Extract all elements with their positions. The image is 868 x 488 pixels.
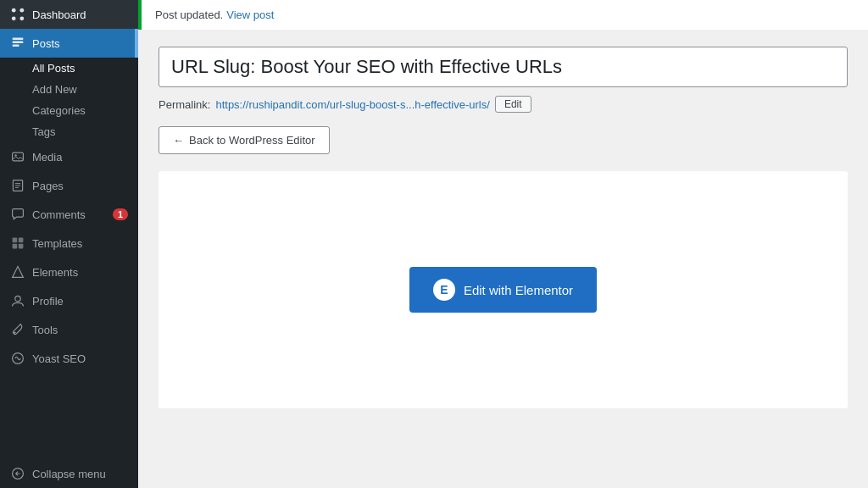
svg-rect-7 (13, 152, 24, 161)
collapse-menu[interactable]: Collapse menu (0, 459, 138, 488)
back-arrow-icon: ← (173, 134, 184, 147)
pages-icon (10, 178, 25, 193)
permalink-row: Permalink: https://rushipandit.com/url-s… (159, 96, 848, 113)
permalink-link[interactable]: https://rushipandit.com/url-slug-boost-s… (215, 98, 489, 111)
posts-submenu: All Posts Add New Categories Tags (0, 58, 138, 142)
sidebar-item-label: Tools (32, 324, 128, 336)
notice-bar: Post updated. View post (138, 0, 868, 30)
sidebar-item-label: Yoast SEO (32, 352, 128, 365)
elements-icon (10, 264, 25, 280)
svg-rect-4 (13, 38, 24, 40)
sidebar-item-elements[interactable]: Elements (0, 258, 138, 286)
svg-rect-14 (19, 238, 24, 243)
elementor-button-label: Edit with Elementor (464, 283, 573, 297)
sidebar-item-profile[interactable]: Profile (0, 286, 138, 315)
svg-point-1 (19, 8, 24, 13)
content-area: Permalink: https://rushipandit.com/url-s… (138, 30, 868, 488)
back-to-editor-button[interactable]: ← Back to WordPress Editor (159, 126, 330, 154)
elementor-canvas-area: E Edit with Elementor (159, 171, 848, 408)
view-post-link[interactable]: View post (226, 8, 274, 21)
comments-icon (10, 207, 25, 222)
sidebar-item-label: Elements (32, 266, 128, 279)
svg-point-18 (14, 331, 15, 333)
svg-rect-5 (13, 42, 24, 43)
sidebar-item-label: Posts (32, 37, 128, 50)
comments-badge: 1 (113, 208, 128, 220)
profile-icon (10, 293, 25, 308)
yoast-icon (10, 351, 25, 366)
collapse-icon (10, 466, 25, 481)
submenu-tags[interactable]: Tags (0, 121, 138, 142)
main-content: Post updated. View post Permalink: https… (138, 0, 868, 488)
elementor-icon: E (433, 279, 455, 301)
sidebar-item-yoast[interactable]: Yoast SEO (0, 344, 138, 373)
svg-point-3 (19, 16, 24, 20)
sidebar-item-tools[interactable]: Tools (0, 315, 138, 344)
permalink-label: Permalink: (159, 98, 210, 111)
post-title-input[interactable] (159, 47, 848, 87)
edit-permalink-button[interactable]: Edit (495, 96, 531, 113)
sidebar: Dashboard Posts All Posts Add New Catego… (0, 0, 138, 488)
sidebar-item-templates[interactable]: Templates (0, 229, 138, 258)
submenu-label: Tags (32, 125, 55, 138)
sidebar-item-label: Profile (32, 295, 128, 308)
sidebar-item-comments[interactable]: Comments 1 (0, 200, 138, 229)
submenu-label: Categories (32, 104, 86, 117)
submenu-categories[interactable]: Categories (0, 100, 138, 121)
sidebar-item-label: Comments (32, 208, 106, 221)
sidebar-item-posts[interactable]: Posts (0, 29, 138, 58)
submenu-label: Add New (32, 83, 77, 96)
sidebar-item-dashboard[interactable]: Dashboard (0, 0, 138, 29)
submenu-label: All Posts (32, 62, 75, 75)
svg-point-0 (12, 8, 16, 13)
svg-point-2 (12, 16, 16, 20)
notice-text: Post updated. (155, 8, 223, 21)
media-icon (10, 149, 25, 164)
svg-point-17 (15, 296, 20, 301)
sidebar-item-label: Media (32, 151, 128, 164)
sidebar-item-label: Dashboard (32, 8, 128, 21)
back-button-label: Back to WordPress Editor (189, 134, 315, 147)
tools-icon (10, 322, 25, 337)
sidebar-item-label: Pages (32, 180, 128, 192)
submenu-all-posts[interactable]: All Posts (0, 58, 138, 79)
edit-with-elementor-button[interactable]: E Edit with Elementor (409, 267, 597, 313)
dashboard-icon (10, 7, 25, 22)
svg-rect-6 (13, 45, 19, 47)
sidebar-item-media[interactable]: Media (0, 142, 138, 171)
submenu-add-new[interactable]: Add New (0, 79, 138, 100)
sidebar-item-label: Templates (32, 237, 128, 250)
svg-point-8 (14, 154, 16, 156)
posts-icon (10, 36, 25, 51)
svg-rect-16 (19, 244, 24, 249)
collapse-label: Collapse menu (32, 468, 106, 480)
sidebar-item-pages[interactable]: Pages (0, 171, 138, 200)
templates-icon (10, 236, 25, 251)
svg-rect-15 (13, 244, 18, 249)
svg-rect-13 (13, 238, 18, 243)
